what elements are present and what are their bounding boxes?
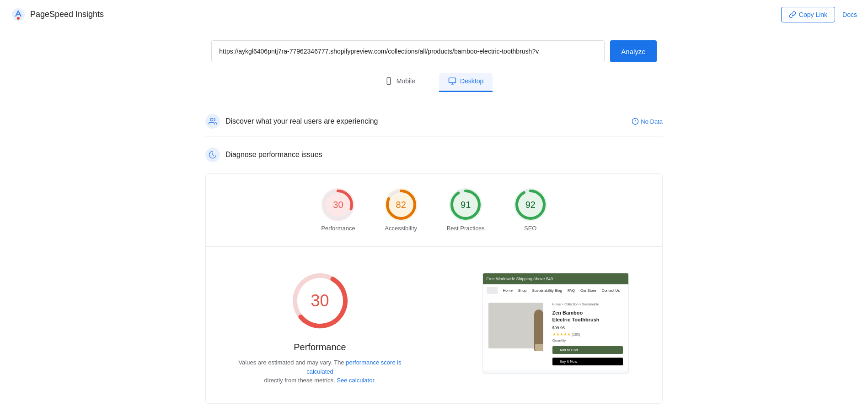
scores-panel: 30 Performance 82 Accessibility [205, 173, 663, 404]
screenshot-product-info: Home > Collection > Sustainable Zen Bamb… [552, 303, 623, 365]
screenshot-price: $99.95 [552, 326, 623, 330]
no-data-badge: No Data [632, 118, 663, 125]
screenshot-nav: Home Shop Sustainability Blog FAQ Our St… [483, 284, 628, 297]
header: PageSpeed Insights Copy Link Docs [0, 0, 868, 29]
score-number-performance: 30 [333, 200, 343, 210]
main-content: Discover what your real users are experi… [205, 99, 663, 413]
screenshot-product-title: Zen BambooElectric Toothbrush [552, 310, 623, 324]
analyze-button[interactable]: Analyze [610, 40, 656, 62]
desktop-icon [448, 77, 456, 85]
score-best-practices[interactable]: 91 Best Practices [447, 188, 485, 232]
screenshot-buy-now: Buy It Now [552, 358, 623, 365]
real-users-icon [205, 114, 220, 129]
screenshot-mock: Free Worldwide Shipping Above $49 Home S… [482, 273, 629, 374]
nav-faq: FAQ [568, 288, 575, 293]
real-users-section: Discover what your real users are experi… [205, 107, 663, 132]
svg-point-7 [210, 118, 213, 121]
pagespeed-logo-icon [11, 7, 26, 22]
score-accessibility[interactable]: 82 Accessibility [385, 188, 418, 232]
tab-mobile[interactable]: Mobile [375, 73, 424, 92]
score-number-seo: 92 [525, 200, 536, 210]
screenshot-stars: ★★★★★ (195) [552, 332, 623, 337]
copy-link-label: Copy Link [799, 11, 827, 18]
nav-shop: Shop [518, 288, 527, 293]
score-performance[interactable]: 30 Performance [321, 188, 355, 232]
perf-note-start: Values are estimated and may vary. The [238, 359, 344, 366]
nav-contact: Contact Us [602, 288, 620, 293]
review-count: (195) [572, 332, 580, 337]
scores-row: 30 Performance 82 Accessibility [206, 188, 662, 243]
nav-home: Home [503, 288, 513, 293]
diagnose-header-left: Diagnose performance issues [205, 147, 322, 162]
nav-blog: Sustainability Blog [532, 288, 562, 293]
app-title: PageSpeed Insights [30, 10, 104, 19]
screenshot-breadcrumb: Home > Collection > Sustainable [552, 303, 623, 306]
score-label-best-practices: Best Practices [447, 225, 485, 232]
section-divider-1 [205, 136, 663, 136]
tab-desktop[interactable]: Desktop [439, 73, 493, 92]
score-label-performance: Performance [321, 225, 355, 232]
screenshot-preview: Free Worldwide Shipping Above $49 Home S… [449, 250, 662, 396]
diagnose-title: Diagnose performance issues [225, 151, 322, 159]
screenshot-add-to-cart: Add to Cart [552, 346, 623, 354]
perf-title: Performance [294, 342, 346, 353]
mode-tabs: Mobile Desktop [0, 70, 868, 99]
score-number-best-practices: 91 [461, 200, 471, 210]
header-left: PageSpeed Insights [11, 7, 104, 22]
big-gauge-number: 30 [311, 291, 329, 310]
users-icon [209, 117, 217, 125]
score-seo[interactable]: 92 SEO [514, 188, 547, 232]
perf-note: Values are estimated and may vary. The p… [238, 358, 402, 385]
score-label-seo: SEO [524, 225, 536, 232]
gauge-icon [209, 151, 217, 159]
score-circle-performance: 30 [321, 188, 354, 221]
screenshot-topbar: Free Worldwide Shipping Above $49 [483, 273, 628, 284]
url-input[interactable] [211, 40, 605, 62]
screenshot-body: Home > Collection > Sustainable Zen Bamb… [483, 297, 628, 370]
topbar-text: Free Worldwide Shipping Above $49 [487, 277, 553, 281]
score-circle-accessibility: 82 [385, 188, 418, 221]
copy-link-button[interactable]: Copy Link [781, 7, 835, 22]
tab-mobile-label: Mobile [396, 77, 415, 85]
score-number-accessibility: 82 [396, 200, 406, 210]
section-header-left: Discover what your real users are experi… [205, 114, 378, 129]
diagnose-icon [205, 147, 220, 162]
stars-display: ★★★★★ [552, 332, 571, 337]
score-circle-best-practices: 91 [449, 188, 482, 221]
score-label-accessibility: Accessibility [385, 225, 417, 232]
bottom-section: 30 Performance Values are estimated and … [206, 250, 662, 396]
real-users-title: Discover what your real users are experi… [225, 117, 378, 125]
nav-store: Our Store [580, 288, 596, 293]
big-gauge: 30 [288, 269, 352, 333]
svg-point-1 [17, 17, 20, 20]
screenshot-buttons: Add to Cart Buy It Now [552, 346, 623, 365]
header-right: Copy Link Docs [781, 7, 857, 22]
score-circle-seo: 92 [514, 188, 547, 221]
perf-note-middle: directly from these metrics. [264, 377, 335, 384]
docs-link[interactable]: Docs [842, 11, 857, 18]
mobile-icon [385, 77, 393, 85]
screenshot-qty: Quantity [552, 338, 623, 342]
scores-panel-divider [206, 246, 662, 247]
info-icon [632, 118, 639, 125]
screenshot-product-image [488, 303, 543, 348]
no-data-label: No Data [641, 118, 663, 125]
svg-rect-4 [449, 78, 455, 83]
link-icon [789, 11, 796, 18]
see-calculator-link[interactable]: See calculator. [337, 377, 375, 384]
diagnose-section-header: Diagnose performance issues [205, 140, 663, 166]
performance-detail: 30 Performance Values are estimated and … [206, 250, 434, 396]
tab-desktop-label: Desktop [460, 77, 483, 85]
search-area: Analyze [0, 29, 868, 70]
